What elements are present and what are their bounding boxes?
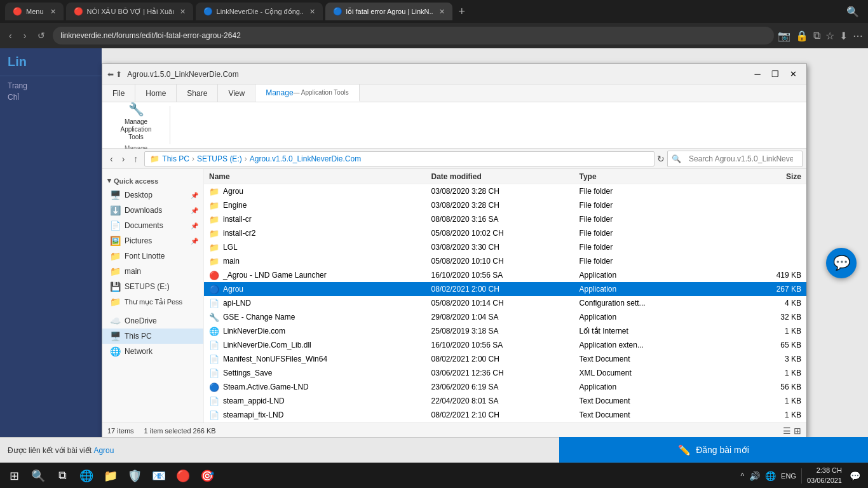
setups-icon: 💾 <box>110 281 121 292</box>
table-row[interactable]: 📄steam_appid-LND 22/04/2020 8:01 SA Text… <box>204 394 806 408</box>
edge-icon[interactable]: 🌐 <box>75 464 98 487</box>
col-size-header[interactable]: Size <box>728 172 802 181</box>
security-icon[interactable]: 🔒 <box>796 30 808 42</box>
tab-4-close[interactable]: ✕ <box>439 8 445 16</box>
table-row[interactable]: 🔵Steam.Active.Game-LND 23/06/2020 6:19 S… <box>204 380 806 394</box>
sidebar-quick-access-header[interactable]: ▾Quick access <box>102 174 203 187</box>
footer-link[interactable]: Agrou <box>93 446 114 455</box>
tab-2-close[interactable]: ✕ <box>180 8 186 16</box>
sidebar-item-thu-muc[interactable]: 📁 Thư mục Tải Pess <box>102 294 203 309</box>
col-name-header[interactable]: Name <box>209 172 431 181</box>
browser-search-icon[interactable]: 🔍 <box>843 6 863 18</box>
explorer-search-input[interactable] <box>684 151 798 166</box>
table-row[interactable]: 📄Manifest_NonUFSFiles_Win64 08/02/2021 2… <box>204 352 806 366</box>
site-logo: Lin <box>0 48 102 76</box>
show-hidden-icon[interactable]: ^ <box>740 471 744 480</box>
windows-security-icon[interactable]: 🛡️ <box>123 464 146 487</box>
table-row[interactable]: 📁install-cr 08/08/2020 3:16 SA File fold… <box>204 212 806 226</box>
extensions-icon[interactable]: ⧉ <box>813 30 820 42</box>
table-row[interactable]: 📁Agrou 03/08/2020 3:28 CH File folder <box>204 184 806 198</box>
address-path[interactable]: 📁 This PC › SETUPS (E:) › Agrou.v1.5.0_L… <box>144 151 654 166</box>
table-row[interactable]: 📄LinkNeverDie.Com_Lib.dll 16/10/2020 10:… <box>204 338 806 352</box>
large-icons-view-button[interactable]: ⊞ <box>794 426 801 436</box>
restore-button[interactable]: ❐ <box>767 67 783 82</box>
col-type-header[interactable]: Type <box>580 172 728 181</box>
table-row[interactable]: 📄Settings_Save 03/06/2021 12:36 CH XML D… <box>204 366 806 380</box>
sidebar-pictures-label: Pictures <box>125 236 152 245</box>
sidebar-item-pictures[interactable]: 🖼️ Pictures 📌 <box>102 233 203 248</box>
back-button[interactable]: ‹ <box>5 28 16 43</box>
table-row[interactable]: 🔧GSE - Change Name 29/08/2020 1:04 SA Ap… <box>204 310 806 324</box>
tab-4-active[interactable]: 🔵 lỗi fatal error Agrou | LinkN... ✕ <box>325 3 452 20</box>
details-view-button[interactable]: ☰ <box>783 426 791 436</box>
ribbon-tab-manage[interactable]: Manage — Application Tools <box>255 85 359 102</box>
taskbar-search-button[interactable]: 🔍 <box>27 464 50 487</box>
tab-menu[interactable]: 🔴 Menu ✕ <box>5 3 64 20</box>
addr-setups[interactable]: SETUPS (E:) <box>197 154 242 163</box>
table-row[interactable]: 📁main 05/08/2020 10:10 CH File folder <box>204 254 806 268</box>
link-icon: 🌐 <box>209 327 219 336</box>
file-explorer-icon[interactable]: 📁 <box>99 464 122 487</box>
addr-back[interactable]: ‹ <box>106 152 117 165</box>
sidebar-item-font[interactable]: 📁 Font Linotte <box>102 248 203 264</box>
explorer-titlebar: ⬅ ⬆ Agrou.v1.5.0_LinkNeverDie.Com ─ ❐ ✕ <box>102 64 806 85</box>
addr-forward[interactable]: › <box>118 152 129 165</box>
app-icon-6[interactable]: 🎯 <box>196 464 219 487</box>
close-button[interactable]: ✕ <box>785 67 801 82</box>
table-row[interactable]: 📁Engine 03/08/2020 3:28 CH File folder <box>204 198 806 212</box>
addr-up[interactable]: ↑ <box>130 152 142 165</box>
tab-3-close[interactable]: ✕ <box>309 8 315 16</box>
post-button[interactable]: ✏️ Đăng bài mới <box>559 437 868 463</box>
mail-icon[interactable]: 📧 <box>147 464 170 487</box>
sidebar-item-downloads[interactable]: ⬇️ Downloads 📌 <box>102 203 203 218</box>
address-nav: ‹ › ↑ <box>106 152 142 165</box>
chat-bubble-button[interactable]: 💬 <box>826 248 857 278</box>
notification-icon[interactable]: 💬 <box>850 471 860 481</box>
address-bar[interactable] <box>53 27 774 44</box>
tab-2[interactable]: 🔴 NÓI XẤU BỐ VỢ | Hải Xuân... ✕ <box>66 3 193 20</box>
start-button[interactable]: ⊞ <box>3 464 25 487</box>
downloads-icon[interactable]: ⬇ <box>839 30 848 42</box>
tab-3[interactable]: 🔵 LinkNeverDie - Cộng đồng... ✕ <box>196 3 323 20</box>
addr-folder[interactable]: Agrou.v1.5.0_LinkNeverDie.Com <box>250 154 361 163</box>
sidebar-item-setups[interactable]: 💾 SETUPS (E:) <box>102 279 203 294</box>
task-view-button[interactable]: ⧉ <box>51 464 74 487</box>
view-controls: ☰ ⊞ <box>783 426 801 436</box>
sidebar-item-main[interactable]: 📁 main <box>102 264 203 279</box>
folder-icon: 📁 <box>209 243 219 252</box>
sidebar-item-documents[interactable]: 📄 Documents 📌 <box>102 218 203 233</box>
reload-button[interactable]: ↺ <box>34 28 49 43</box>
ribbon-tab-share[interactable]: Share <box>177 85 218 102</box>
minimize-button[interactable]: ─ <box>749 67 766 82</box>
system-clock[interactable]: 2:38 CH 03/06/2021 <box>807 466 842 485</box>
addr-refresh-button[interactable]: ↻ <box>657 154 665 164</box>
tab-menu-label: Menu <box>26 8 44 15</box>
main-folder-icon: 📁 <box>110 266 121 276</box>
new-tab-button[interactable]: + <box>455 5 470 18</box>
manage-app-tools-button[interactable]: 🔧 Manage Application Tools <box>110 99 162 144</box>
sidebar-item-network[interactable]: 🌐 Network <box>102 344 203 359</box>
table-row[interactable]: 🌐LinkNeverDie.com 25/08/2019 3:18 SA Lối… <box>204 324 806 338</box>
sidebar-item-onedrive[interactable]: ☁️ OneDrive <box>102 313 203 329</box>
sidebar-item-desktop[interactable]: 🖥️ Desktop 📌 <box>102 187 203 203</box>
table-row[interactable]: 📁install-cr2 05/08/2020 10:02 CH File fo… <box>204 226 806 240</box>
sidebar-item-this-pc[interactable]: 🖥️ This PC <box>102 329 203 344</box>
col-date-header[interactable]: Date modified <box>431 172 580 181</box>
table-row[interactable]: 🔵Agrou 08/02/2021 2:00 CH Application 26… <box>204 282 806 296</box>
ribbon-tab-view[interactable]: View <box>218 85 255 102</box>
settings-icon[interactable]: ⋯ <box>853 30 863 42</box>
app-icon-5[interactable]: 🔴 <box>172 464 194 487</box>
tab-menu-close[interactable]: ✕ <box>50 8 56 16</box>
sidebar-font-label: Font Linotte <box>125 252 165 261</box>
addr-this-pc[interactable]: This PC <box>162 154 189 163</box>
table-row[interactable]: 🔴_Agrou - LND Game Launcher 16/10/2020 1… <box>204 268 806 282</box>
favorites-icon[interactable]: ☆ <box>825 30 834 42</box>
volume-icon[interactable]: 🔊 <box>749 471 760 481</box>
network-tray-icon[interactable]: 🌐 <box>765 471 776 481</box>
desktop-icon: 🖥️ <box>110 190 121 200</box>
forward-button[interactable]: › <box>20 28 31 43</box>
camera-icon[interactable]: 📷 <box>778 30 790 42</box>
table-row[interactable]: 📄api-LND 05/08/2020 10:14 CH Configurati… <box>204 296 806 310</box>
table-row[interactable]: 📁LGL 03/08/2020 3:30 CH File folder <box>204 240 806 254</box>
table-row[interactable]: 📄steamapi_fix-LND 08/02/2021 2:10 CH Tex… <box>204 408 806 422</box>
